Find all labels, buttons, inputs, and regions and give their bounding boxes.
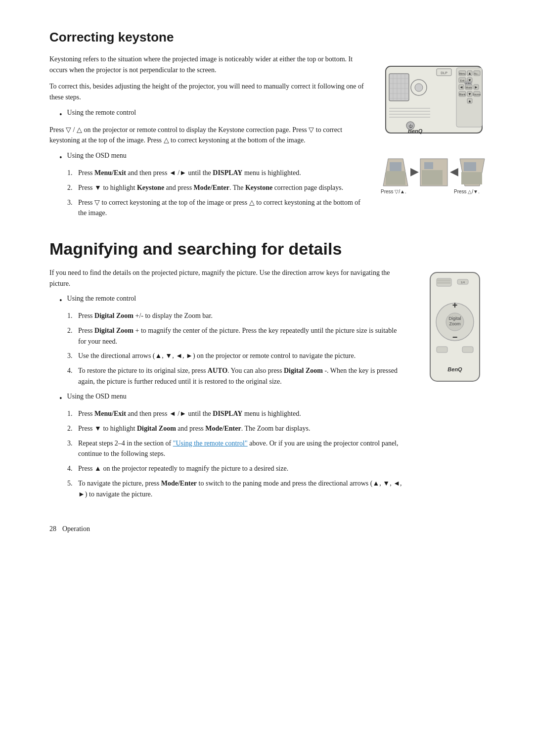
svg-text:−: − — [452, 332, 458, 342]
mag-item4: 4. To restore the picture to its origina… — [67, 365, 403, 387]
svg-text:Press △/▼.: Press △/▼. — [454, 189, 480, 194]
svg-text:1/4: 1/4 — [461, 281, 465, 284]
mag-bullet-osd-label: Using the OSD menu — [67, 393, 127, 400]
mag-osd3-num: 3. — [67, 438, 78, 449]
keystone-press-paragraph: Press ▽ / △ on the projector or remote c… — [49, 125, 364, 146]
bullet-dot2: • — [59, 152, 62, 164]
footer-text: Operation — [62, 525, 90, 533]
footer: 28 Operation — [49, 525, 494, 533]
remote-illustration: 1/4 + − Digital Zoom BenQ — [418, 267, 492, 386]
svg-text:Mode: Mode — [466, 86, 472, 89]
mag-osd-item3: 3. Repeat steps 2–4 in the section of "U… — [67, 438, 403, 459]
mag-item2: 2. Press Digital Zoom + to magnify the c… — [67, 325, 403, 347]
osd1-item3-num: 3. — [67, 197, 78, 208]
svg-text:Blank: Blank — [459, 93, 466, 96]
bullet-osd1-label: Using the OSD menu — [67, 152, 127, 160]
mag-osd5-content: To navigate the picture, press Mode/Ente… — [78, 478, 403, 499]
osd1-numbered-list: 1. Press Menu/Exit and then press ◄ /► u… — [67, 168, 364, 219]
osd1-item2-num: 2. — [67, 182, 78, 193]
mag-remote-list: 1. Press Digital Zoom +/- to display the… — [67, 311, 403, 387]
osd1-item2: 2. Press ▼ to highlight Keystone and pre… — [67, 182, 364, 193]
mag-item2-num: 2. — [67, 325, 78, 336]
svg-text:Exit: Exit — [460, 79, 465, 82]
svg-text:▲: ▲ — [468, 71, 472, 76]
mag-item2-content: Press Digital Zoom + to magnify the cent… — [78, 325, 403, 347]
osd1-item1-num: 1. — [67, 168, 78, 178]
osd1-item2-content: Press ▼ to highlight Keystone and press … — [78, 182, 364, 193]
mag-item1-content: Press Digital Zoom +/- to display the Zo… — [78, 311, 403, 321]
svg-text:◄: ◄ — [459, 85, 463, 89]
mag-item1-num: 1. — [67, 311, 78, 321]
svg-rect-15 — [456, 68, 482, 127]
bullet-remote-label: Using the remote control — [67, 109, 136, 117]
svg-text:Source: Source — [473, 93, 481, 96]
keystone-images-container: ▶ ◀ Press ▽/▲. Press △/▼. — [381, 151, 490, 198]
bullet-dot: • — [59, 109, 62, 121]
svg-text:▼: ▼ — [468, 92, 472, 96]
svg-rect-59 — [461, 172, 482, 184]
svg-text:+: + — [452, 300, 458, 310]
mag-item4-num: 4. — [67, 365, 78, 376]
svg-text:◀: ◀ — [450, 165, 458, 178]
mag-bullet-osd: • Using the OSD menu — [59, 393, 403, 404]
svg-text:BenQ: BenQ — [447, 366, 462, 372]
svg-rect-51 — [386, 171, 405, 185]
mag-osd4-num: 4. — [67, 463, 78, 474]
mag-osd-item2: 2. Press ▼ to highlight Digital Zoom and… — [67, 423, 403, 434]
osd1-item3: 3. Press ▽ to correct keystoning at the … — [67, 197, 364, 219]
mag-item4-content: To restore the picture to its original s… — [78, 365, 403, 387]
mag-osd-item1: 1. Press Menu/Exit and then press ◄ /► u… — [67, 408, 403, 419]
mag-right-col: 1/4 + − Digital Zoom BenQ — [415, 267, 494, 505]
mag-item3: 3. Use the directional arrows (▲, ▼, ◄, … — [67, 351, 403, 361]
mag-bullet-dot: • — [59, 295, 62, 307]
mag-osd1-num: 1. — [67, 408, 78, 419]
svg-text:enter: enter — [465, 82, 471, 85]
mag-left-col: If you need to find the details on the p… — [49, 267, 403, 505]
svg-rect-64 — [437, 279, 450, 281]
osd1-item1-content: Press Menu/Exit and then press ◄ /► unti… — [78, 168, 364, 178]
svg-point-12 — [415, 84, 423, 91]
osd1-item1: 1. Press Menu/Exit and then press ◄ /► u… — [67, 168, 364, 178]
svg-rect-58 — [464, 162, 476, 171]
svg-rect-50 — [390, 162, 401, 171]
section1-intro1: Keystoning refers to the situation where… — [49, 54, 364, 75]
section2-title: Magnifying and searching for details — [49, 239, 494, 259]
keystone-image-pair: ▶ ◀ Press ▽/▲. Press △/▼. — [381, 151, 490, 196]
mag-osd5-num: 5. — [67, 478, 78, 489]
svg-text:▲: ▲ — [468, 99, 472, 103]
svg-text:Au...: Au... — [474, 72, 479, 75]
using-remote-link[interactable]: "Using the remote control" — [173, 440, 248, 447]
mag-osd1-content: Press Menu/Exit and then press ◄ /► unti… — [78, 408, 403, 419]
osd1-item3-content: Press ▽ to correct keystoning at the top… — [78, 197, 364, 219]
svg-rect-1 — [389, 74, 409, 101]
bullet-remote-control: • Using the remote control — [59, 109, 364, 121]
ks-right-column: DLP Menu ▲ Au... Exit ▼ ◄ Mode ► e — [376, 54, 494, 224]
svg-text:DLP: DLP — [441, 71, 447, 75]
bullet-osd1: • Using the OSD menu — [59, 152, 364, 164]
mag-item1: 1. Press Digital Zoom +/- to display the… — [67, 311, 403, 321]
svg-rect-75 — [462, 347, 473, 353]
svg-text:►: ► — [474, 85, 478, 89]
svg-text:⏻: ⏻ — [408, 124, 413, 129]
mag-osd-item4: 4. Press ▲ on the projector repeatedly t… — [67, 463, 403, 474]
mag-osd-item5: 5. To navigate the picture, press Mode/E… — [67, 478, 403, 499]
mag-osd2-num: 2. — [67, 423, 78, 434]
svg-text:Zoom: Zoom — [449, 321, 460, 326]
mag-bullet-remote-label: Using the remote control — [67, 295, 136, 303]
section1-intro2: To correct this, besides adjusting the h… — [49, 81, 364, 102]
svg-text:▶: ▶ — [410, 165, 419, 178]
mag-item3-content: Use the directional arrows (▲, ▼, ◄, ►) … — [78, 351, 403, 361]
mag-osd4-content: Press ▲ on the projector repeatedly to m… — [78, 463, 403, 474]
mag-bullet-dot2: • — [59, 393, 62, 404]
page-number: 28 — [49, 525, 56, 533]
svg-text:Press ▽/▲.: Press ▽/▲. — [381, 189, 406, 194]
section1-title: Correcting keystone — [49, 30, 494, 45]
svg-rect-65 — [437, 282, 450, 284]
svg-rect-54 — [424, 162, 433, 169]
mag-osd2-content: Press ▼ to highlight Digital Zoom and pr… — [78, 423, 403, 434]
projector-illustration: DLP Menu ▲ Au... Exit ▼ ◄ Mode ► e — [383, 54, 487, 145]
svg-text:Menu: Menu — [459, 72, 466, 75]
svg-rect-74 — [437, 347, 447, 353]
mag-item3-num: 3. — [67, 351, 78, 361]
svg-text:Digital: Digital — [448, 316, 461, 321]
